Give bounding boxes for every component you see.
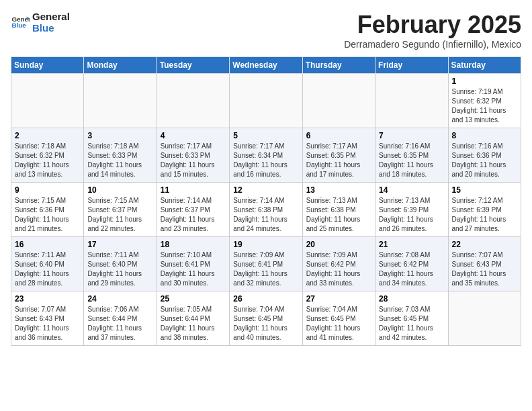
day-number: 1 bbox=[452, 77, 517, 86]
day-number: 3 bbox=[87, 131, 152, 140]
calendar-cell: 22Sunrise: 7:07 AM Sunset: 6:43 PM Dayli… bbox=[448, 237, 521, 291]
day-info: Sunrise: 7:03 AM Sunset: 6:45 PM Dayligh… bbox=[379, 305, 444, 342]
calendar-body: 1Sunrise: 7:19 AM Sunset: 6:32 PM Daylig… bbox=[11, 74, 521, 346]
calendar-cell: 2Sunrise: 7:18 AM Sunset: 6:32 PM Daylig… bbox=[11, 128, 84, 183]
day-info: Sunrise: 7:17 AM Sunset: 6:34 PM Dayligh… bbox=[233, 142, 298, 179]
weekday-wednesday: Wednesday bbox=[230, 57, 302, 74]
calendar-cell: 24Sunrise: 7:06 AM Sunset: 6:44 PM Dayli… bbox=[84, 291, 157, 346]
calendar-cell: 26Sunrise: 7:04 AM Sunset: 6:45 PM Dayli… bbox=[230, 291, 302, 346]
day-info: Sunrise: 7:14 AM Sunset: 6:37 PM Dayligh… bbox=[161, 196, 226, 234]
calendar-cell bbox=[84, 74, 157, 128]
calendar-cell: 14Sunrise: 7:13 AM Sunset: 6:39 PM Dayli… bbox=[375, 183, 448, 237]
day-number: 11 bbox=[161, 185, 226, 195]
day-info: Sunrise: 7:07 AM Sunset: 6:43 PM Dayligh… bbox=[452, 250, 517, 288]
day-number: 16 bbox=[15, 240, 80, 249]
day-number: 12 bbox=[233, 185, 298, 195]
day-number: 7 bbox=[379, 131, 444, 140]
day-info: Sunrise: 7:18 AM Sunset: 6:32 PM Dayligh… bbox=[15, 142, 80, 179]
calendar-week-5: 23Sunrise: 7:07 AM Sunset: 6:43 PM Dayli… bbox=[11, 291, 521, 346]
calendar-cell: 27Sunrise: 7:04 AM Sunset: 6:45 PM Dayli… bbox=[302, 291, 375, 346]
weekday-header: SundayMondayTuesdayWednesdayThursdayFrid… bbox=[11, 57, 521, 74]
calendar-cell: 28Sunrise: 7:03 AM Sunset: 6:45 PM Dayli… bbox=[375, 291, 448, 346]
weekday-tuesday: Tuesday bbox=[157, 57, 229, 74]
day-number: 21 bbox=[379, 240, 444, 249]
day-info: Sunrise: 7:06 AM Sunset: 6:44 PM Dayligh… bbox=[87, 305, 152, 342]
day-number: 25 bbox=[161, 294, 226, 304]
weekday-thursday: Thursday bbox=[302, 57, 375, 74]
day-number: 4 bbox=[161, 131, 226, 140]
day-info: Sunrise: 7:15 AM Sunset: 6:36 PM Dayligh… bbox=[15, 196, 80, 234]
day-info: Sunrise: 7:14 AM Sunset: 6:38 PM Dayligh… bbox=[233, 196, 298, 234]
calendar-cell bbox=[302, 74, 375, 128]
calendar-cell: 23Sunrise: 7:07 AM Sunset: 6:43 PM Dayli… bbox=[11, 291, 84, 346]
calendar-week-2: 2Sunrise: 7:18 AM Sunset: 6:32 PM Daylig… bbox=[11, 128, 521, 183]
calendar-cell: 21Sunrise: 7:08 AM Sunset: 6:42 PM Dayli… bbox=[375, 237, 448, 291]
day-info: Sunrise: 7:05 AM Sunset: 6:44 PM Dayligh… bbox=[161, 305, 226, 342]
subtitle: Derramadero Segundo (Infiernillo), Mexic… bbox=[344, 39, 521, 50]
day-number: 28 bbox=[379, 294, 444, 304]
weekday-friday: Friday bbox=[375, 57, 448, 74]
day-info: Sunrise: 7:13 AM Sunset: 6:39 PM Dayligh… bbox=[379, 196, 444, 234]
day-number: 19 bbox=[233, 240, 298, 249]
month-title: February 2025 bbox=[344, 11, 521, 39]
day-number: 10 bbox=[87, 185, 152, 195]
calendar-cell: 3Sunrise: 7:18 AM Sunset: 6:33 PM Daylig… bbox=[84, 128, 157, 183]
title-area: February 2025 Derramadero Segundo (Infie… bbox=[344, 11, 521, 50]
calendar-week-4: 16Sunrise: 7:11 AM Sunset: 6:40 PM Dayli… bbox=[11, 237, 521, 291]
day-info: Sunrise: 7:17 AM Sunset: 6:35 PM Dayligh… bbox=[306, 142, 371, 179]
day-info: Sunrise: 7:04 AM Sunset: 6:45 PM Dayligh… bbox=[306, 305, 371, 342]
calendar-cell: 19Sunrise: 7:09 AM Sunset: 6:41 PM Dayli… bbox=[230, 237, 302, 291]
day-number: 23 bbox=[15, 294, 80, 304]
calendar-cell: 15Sunrise: 7:12 AM Sunset: 6:39 PM Dayli… bbox=[448, 183, 521, 237]
day-number: 13 bbox=[306, 185, 371, 195]
day-info: Sunrise: 7:18 AM Sunset: 6:33 PM Dayligh… bbox=[87, 142, 152, 179]
calendar-cell: 20Sunrise: 7:09 AM Sunset: 6:42 PM Dayli… bbox=[302, 237, 375, 291]
calendar-week-3: 9Sunrise: 7:15 AM Sunset: 6:36 PM Daylig… bbox=[11, 183, 521, 237]
calendar-cell: 8Sunrise: 7:16 AM Sunset: 6:36 PM Daylig… bbox=[448, 128, 521, 183]
day-info: Sunrise: 7:08 AM Sunset: 6:42 PM Dayligh… bbox=[379, 250, 444, 288]
calendar-cell: 10Sunrise: 7:15 AM Sunset: 6:37 PM Dayli… bbox=[84, 183, 157, 237]
svg-text:Blue: Blue bbox=[11, 21, 26, 29]
weekday-monday: Monday bbox=[84, 57, 157, 74]
calendar-cell bbox=[157, 74, 229, 128]
day-info: Sunrise: 7:13 AM Sunset: 6:38 PM Dayligh… bbox=[306, 196, 371, 234]
day-number: 6 bbox=[306, 131, 371, 140]
day-info: Sunrise: 7:16 AM Sunset: 6:36 PM Dayligh… bbox=[452, 142, 517, 179]
calendar-cell: 1Sunrise: 7:19 AM Sunset: 6:32 PM Daylig… bbox=[448, 74, 521, 128]
calendar-cell: 16Sunrise: 7:11 AM Sunset: 6:40 PM Dayli… bbox=[11, 237, 84, 291]
day-info: Sunrise: 7:11 AM Sunset: 6:40 PM Dayligh… bbox=[15, 250, 80, 288]
calendar-cell: 18Sunrise: 7:10 AM Sunset: 6:41 PM Dayli… bbox=[157, 237, 229, 291]
day-number: 22 bbox=[452, 240, 517, 249]
day-info: Sunrise: 7:09 AM Sunset: 6:41 PM Dayligh… bbox=[233, 250, 298, 288]
day-info: Sunrise: 7:09 AM Sunset: 6:42 PM Dayligh… bbox=[306, 250, 371, 288]
day-info: Sunrise: 7:07 AM Sunset: 6:43 PM Dayligh… bbox=[15, 305, 80, 342]
day-number: 5 bbox=[233, 131, 298, 140]
day-number: 20 bbox=[306, 240, 371, 249]
day-number: 15 bbox=[452, 185, 517, 195]
calendar: SundayMondayTuesdayWednesdayThursdayFrid… bbox=[11, 56, 521, 346]
day-number: 14 bbox=[379, 185, 444, 195]
day-info: Sunrise: 7:11 AM Sunset: 6:40 PM Dayligh… bbox=[87, 250, 152, 288]
calendar-cell: 13Sunrise: 7:13 AM Sunset: 6:38 PM Dayli… bbox=[302, 183, 375, 237]
calendar-cell bbox=[230, 74, 302, 128]
calendar-cell bbox=[11, 74, 84, 128]
day-info: Sunrise: 7:19 AM Sunset: 6:32 PM Dayligh… bbox=[452, 87, 517, 125]
calendar-cell: 7Sunrise: 7:16 AM Sunset: 6:35 PM Daylig… bbox=[375, 128, 448, 183]
calendar-cell: 17Sunrise: 7:11 AM Sunset: 6:40 PM Dayli… bbox=[84, 237, 157, 291]
day-info: Sunrise: 7:04 AM Sunset: 6:45 PM Dayligh… bbox=[233, 305, 298, 342]
weekday-sunday: Sunday bbox=[11, 57, 84, 74]
logo: General Blue General Blue bbox=[11, 11, 70, 34]
day-number: 8 bbox=[452, 131, 517, 140]
header: General Blue General Blue February 2025 … bbox=[11, 11, 521, 50]
day-info: Sunrise: 7:12 AM Sunset: 6:39 PM Dayligh… bbox=[452, 196, 517, 234]
calendar-cell: 12Sunrise: 7:14 AM Sunset: 6:38 PM Dayli… bbox=[230, 183, 302, 237]
day-number: 18 bbox=[161, 240, 226, 249]
day-info: Sunrise: 7:17 AM Sunset: 6:33 PM Dayligh… bbox=[161, 142, 226, 179]
calendar-week-1: 1Sunrise: 7:19 AM Sunset: 6:32 PM Daylig… bbox=[11, 74, 521, 128]
calendar-cell: 6Sunrise: 7:17 AM Sunset: 6:35 PM Daylig… bbox=[302, 128, 375, 183]
day-number: 17 bbox=[87, 240, 152, 249]
day-number: 26 bbox=[233, 294, 298, 304]
logo-icon: General Blue bbox=[11, 13, 30, 32]
calendar-cell: 9Sunrise: 7:15 AM Sunset: 6:36 PM Daylig… bbox=[11, 183, 84, 237]
day-info: Sunrise: 7:10 AM Sunset: 6:41 PM Dayligh… bbox=[161, 250, 226, 288]
